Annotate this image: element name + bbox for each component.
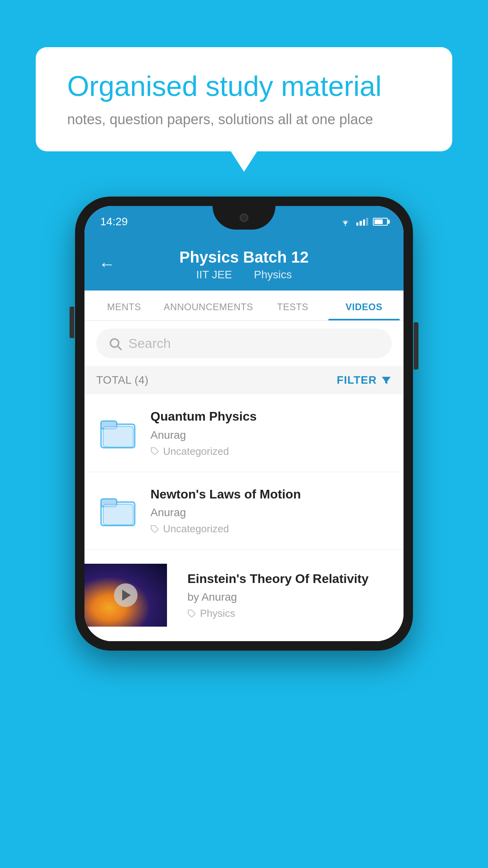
app-header: ← Physics Batch 12 IIT JEE Physics	[84, 237, 404, 291]
bubble-title: Organised study material	[67, 71, 421, 102]
status-time: 14:29	[100, 215, 128, 228]
video-tag-text-2: Uncategorized	[163, 523, 229, 535]
video-author-2: Anurag	[150, 506, 392, 519]
video-tag-text-3: Physics	[200, 607, 235, 620]
video-thumb-2	[96, 489, 139, 532]
header-subtitle-part2: Physics	[254, 268, 292, 281]
video-tag-text-1: Uncategorized	[163, 445, 229, 458]
video-list: Quantum Physics Anurag Uncategorized	[84, 394, 404, 641]
list-item[interactable]: Quantum Physics Anurag Uncategorized	[84, 394, 404, 472]
video-tag-3: Physics	[187, 607, 394, 620]
speech-bubble: Organised study material notes, question…	[36, 47, 452, 151]
svg-rect-9	[103, 504, 133, 525]
filter-icon	[381, 375, 392, 386]
tab-announcements[interactable]: ANNOUNCEMENTS	[160, 291, 257, 320]
search-icon	[108, 337, 122, 351]
play-button[interactable]	[114, 583, 138, 607]
svg-rect-5	[103, 427, 133, 447]
video-info-3: Einstein's Theory Of Relativity by Anura…	[178, 571, 404, 620]
filter-button[interactable]: FILTER	[337, 374, 392, 386]
wifi-icon	[339, 217, 352, 226]
filter-bar: TOTAL (4) FILTER	[84, 366, 404, 394]
play-triangle-icon	[122, 590, 131, 601]
video-tag-1: Uncategorized	[150, 445, 392, 458]
video-author-3: by Anurag	[187, 591, 394, 603]
video-title-1: Quantum Physics	[150, 408, 392, 425]
svg-point-0	[345, 225, 346, 226]
back-button[interactable]: ←	[99, 255, 115, 274]
list-item[interactable]: Newton's Laws of Motion Anurag Uncategor…	[84, 472, 404, 550]
notch	[213, 206, 275, 230]
signal-icon	[356, 218, 368, 226]
battery-icon	[373, 218, 388, 226]
status-bar: 14:29	[84, 206, 404, 237]
video-title-3: Einstein's Theory Of Relativity	[187, 571, 394, 587]
folder-icon	[100, 417, 136, 449]
video-tag-2: Uncategorized	[150, 523, 392, 535]
tab-videos[interactable]: VIDEOS	[328, 291, 400, 320]
list-item[interactable]: Einstein's Theory Of Relativity by Anura…	[84, 550, 404, 641]
tab-ments[interactable]: MENTS	[88, 291, 160, 320]
search-placeholder-text: Search	[128, 336, 171, 351]
top-section: Organised study material notes, question…	[0, 0, 488, 175]
tab-tests[interactable]: TESTS	[257, 291, 328, 320]
video-thumb-3	[84, 564, 167, 627]
video-author-1: Anurag	[150, 429, 392, 441]
status-icons	[339, 217, 388, 226]
tag-icon	[150, 447, 159, 456]
phone-wrapper: 14:29	[75, 197, 413, 651]
video-title-2: Newton's Laws of Motion	[150, 486, 392, 503]
phone-outer: 14:29	[75, 197, 413, 651]
header-title: Physics Batch 12	[179, 248, 308, 266]
filter-label: FILTER	[337, 374, 377, 386]
video-info-1: Quantum Physics Anurag Uncategorized	[150, 408, 392, 458]
camera	[240, 213, 248, 222]
phone-screen: 14:29	[84, 206, 404, 641]
video-thumb-1	[96, 411, 139, 454]
header-subtitle: IIT JEE Physics	[191, 268, 297, 281]
header-subtitle-part1: IIT JEE	[196, 268, 232, 281]
tag-icon	[150, 525, 159, 533]
total-count: TOTAL (4)	[96, 374, 149, 386]
video-info-2: Newton's Laws of Motion Anurag Uncategor…	[150, 486, 392, 535]
folder-icon	[100, 495, 136, 526]
tabs-bar: MENTS ANNOUNCEMENTS TESTS VIDEOS	[84, 291, 404, 321]
search-bar[interactable]: Search	[96, 329, 392, 358]
tag-icon	[187, 609, 196, 618]
search-container: Search	[84, 321, 404, 366]
bubble-subtitle: notes, question papers, solutions all at…	[67, 111, 421, 128]
svg-line-2	[118, 346, 121, 349]
